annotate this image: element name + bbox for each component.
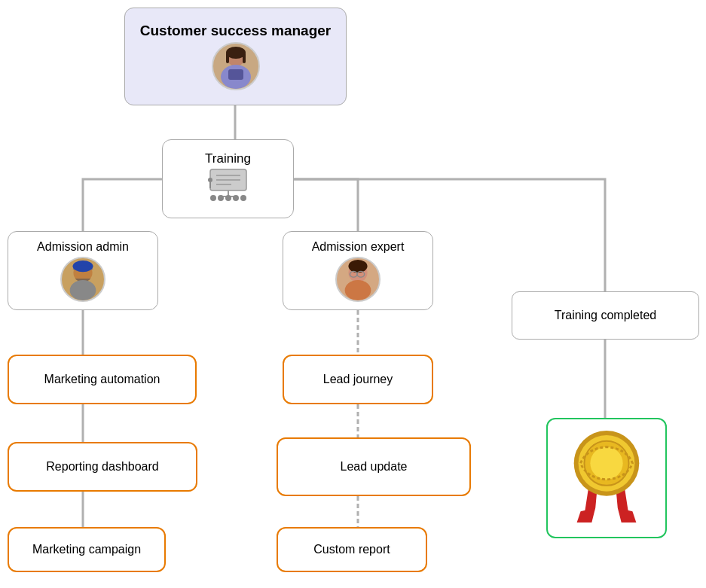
training-icon bbox=[204, 168, 252, 207]
csm-node: Customer success manager bbox=[124, 8, 347, 105]
admission-expert-label: Admission expert bbox=[312, 240, 405, 254]
admission-expert-avatar bbox=[335, 257, 381, 302]
training-completed-label: Training completed bbox=[555, 309, 656, 322]
admission-admin-label: Admission admin bbox=[37, 240, 129, 254]
svg-rect-12 bbox=[226, 53, 229, 63]
admission-admin-avatar bbox=[60, 257, 105, 302]
custom-report-node: Custom report bbox=[277, 527, 427, 572]
reporting-dashboard-node: Reporting dashboard bbox=[8, 442, 197, 492]
svg-point-21 bbox=[240, 195, 246, 201]
svg-point-29 bbox=[70, 279, 96, 300]
marketing-automation-label: Marketing automation bbox=[44, 373, 160, 386]
reporting-dashboard-label: Reporting dashboard bbox=[46, 460, 158, 474]
custom-report-label: Custom report bbox=[313, 543, 390, 556]
marketing-campaign-node: Marketing campaign bbox=[8, 527, 166, 572]
training-completed-node: Training completed bbox=[512, 291, 699, 340]
svg-point-32 bbox=[345, 279, 371, 300]
svg-rect-13 bbox=[243, 53, 246, 63]
diagram: Customer success manager Training bbox=[0, 0, 706, 588]
svg-point-31 bbox=[348, 259, 367, 272]
csm-label: Customer success manager bbox=[140, 23, 331, 39]
svg-point-19 bbox=[225, 195, 231, 201]
svg-point-18 bbox=[218, 195, 224, 201]
admission-expert-node: Admission expert bbox=[283, 231, 433, 310]
csm-avatar bbox=[212, 42, 260, 90]
svg-rect-10 bbox=[228, 69, 243, 80]
admission-admin-node: Admission admin bbox=[8, 231, 158, 310]
medal-icon bbox=[558, 425, 655, 531]
marketing-campaign-label: Marketing campaign bbox=[32, 543, 141, 556]
lead-update-node: Lead update bbox=[277, 437, 471, 496]
svg-point-20 bbox=[233, 195, 239, 201]
svg-point-43 bbox=[590, 447, 622, 480]
lead-update-label: Lead update bbox=[341, 460, 408, 474]
svg-point-25 bbox=[208, 178, 212, 182]
lead-journey-label: Lead journey bbox=[323, 373, 393, 386]
marketing-automation-node: Marketing automation bbox=[8, 355, 197, 404]
training-node: Training bbox=[162, 139, 294, 218]
svg-point-17 bbox=[210, 195, 216, 201]
medal-node bbox=[546, 418, 667, 538]
training-label: Training bbox=[205, 151, 251, 166]
lead-journey-node: Lead journey bbox=[283, 355, 433, 404]
